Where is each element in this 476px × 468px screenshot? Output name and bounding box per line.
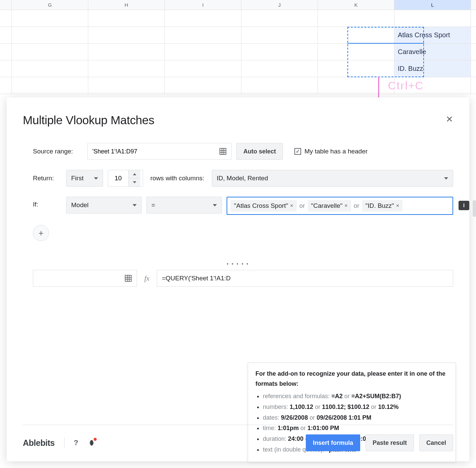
cell-l4[interactable]: ID. Buzz (394, 60, 471, 77)
tag-caravelle: "Caravelle" × (308, 200, 351, 212)
output-range-input[interactable] (33, 270, 137, 287)
cancel-button[interactable]: Cancel (419, 434, 453, 451)
checkbox-icon: ✓ (294, 148, 301, 155)
return-count-spinner[interactable] (108, 170, 143, 187)
auto-select-button[interactable]: Auto select (236, 143, 283, 160)
notification-dot (94, 438, 97, 441)
scrollbar-thumb[interactable] (473, 200, 476, 217)
row-2: Atlas Cross Sport (0, 27, 476, 44)
spinner-up[interactable] (129, 170, 140, 178)
if-values-input[interactable]: "Atlas Cross Sport" × or "Caravelle" × o… (227, 197, 453, 215)
add-condition-button[interactable]: + (33, 225, 49, 241)
caret-down-icon (133, 204, 137, 206)
brand-logo: Ablebits (23, 438, 55, 448)
if-label: If: (33, 197, 61, 208)
caret-down-icon (94, 177, 98, 180)
grid-picker-icon[interactable] (125, 275, 132, 282)
section-separator: • • • • • (23, 261, 453, 267)
return-count-input[interactable] (108, 175, 128, 182)
col-header-l[interactable]: L (394, 0, 471, 10)
return-label: Return: (33, 175, 61, 182)
bug-report-button[interactable] (88, 439, 96, 447)
tooltip-intro: For the add-on to recognize your data, p… (255, 370, 445, 387)
fx-icon: fx (144, 274, 149, 283)
tag-atlas: "Atlas Cross Sport" × (231, 200, 297, 212)
col-header-h[interactable]: H (88, 0, 165, 10)
cell-l3[interactable]: Caravelle (394, 44, 471, 60)
divider (64, 437, 64, 448)
cell-l2[interactable]: Atlas Cross Sport (394, 27, 471, 43)
rows-columns-label: rows with columns: (150, 175, 204, 182)
if-field-select[interactable]: Model (66, 197, 142, 214)
spinner-down[interactable] (129, 178, 140, 186)
caret-down-icon (213, 204, 217, 206)
caret-down-icon (444, 177, 448, 180)
row-header-spacer (0, 0, 12, 10)
columns-select[interactable]: ID, Model, Rented (212, 170, 454, 187)
dialog-footer: Ablebits ? Insert formula Paste result C… (23, 425, 453, 451)
or-separator: or (354, 202, 360, 209)
return-mode-select[interactable]: First (66, 170, 103, 187)
svg-rect-7 (125, 275, 131, 281)
spreadsheet-grid: G H I J K L M Atlas Cross Sport Caravell… (0, 0, 476, 94)
info-icon[interactable]: i (459, 201, 469, 210)
row-4: ID. Buzz (0, 60, 476, 77)
row-1 (0, 10, 476, 27)
tag-remove[interactable]: × (290, 203, 293, 209)
header-checkbox-label: My table has a header (304, 148, 368, 155)
tag-idbuzz: "ID. Buzz" × (362, 200, 403, 212)
grid-picker-icon[interactable] (219, 148, 227, 155)
col-header-m[interactable]: M (471, 0, 476, 10)
col-header-k[interactable]: K (318, 0, 394, 10)
column-headers: G H I J K L M (0, 0, 476, 10)
vlookup-dialog: Multiple Vlookup Matches ✕ Source range:… (7, 97, 469, 461)
dialog-title: Multiple Vlookup Matches (23, 113, 453, 127)
tag-remove[interactable]: × (344, 203, 347, 209)
col-header-i[interactable]: I (165, 0, 241, 10)
help-button[interactable]: ? (74, 438, 78, 447)
close-button[interactable]: ✕ (446, 114, 453, 125)
paste-result-button[interactable]: Paste result (366, 434, 414, 451)
header-checkbox[interactable]: ✓ My table has a header (294, 148, 368, 155)
svg-rect-2 (220, 148, 226, 154)
col-header-j[interactable]: J (241, 0, 318, 10)
row-3: Caravelle (0, 44, 476, 60)
or-separator: or (299, 202, 305, 209)
source-range-input[interactable]: 'Sheet 1'!A1:D97 (87, 143, 232, 160)
row-5 (0, 77, 476, 94)
source-range-value: 'Sheet 1'!A1:D97 (92, 148, 137, 155)
col-header-g[interactable]: G (12, 0, 88, 10)
formula-preview[interactable]: =QUERY('Sheet 1'!A1:D (157, 270, 453, 287)
source-range-label: Source range: (33, 148, 83, 155)
tag-remove[interactable]: × (396, 203, 399, 209)
if-operator-select[interactable]: = (146, 197, 222, 214)
insert-formula-button[interactable]: Insert formula (306, 434, 360, 451)
